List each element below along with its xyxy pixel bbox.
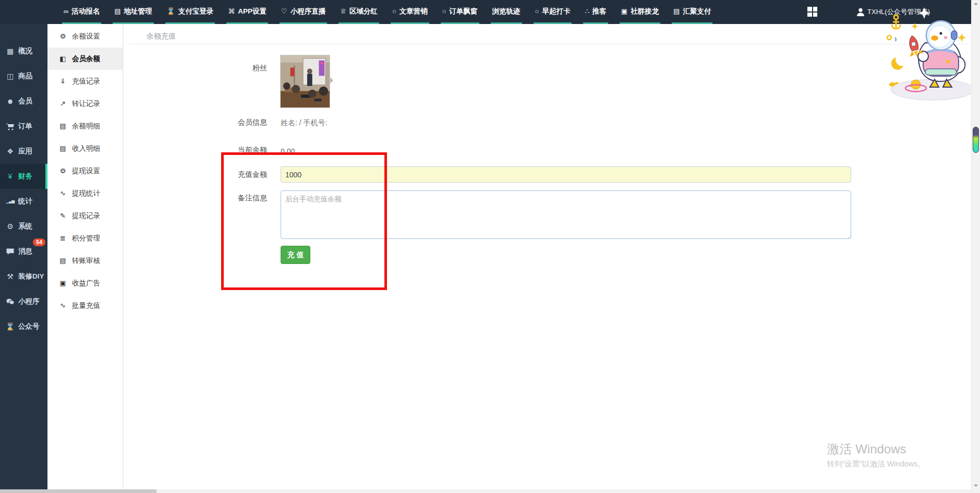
vertical-scrollbar-thumb[interactable] [973, 127, 979, 153]
windows-activation-watermark: 激活 Windows 转到“设置”以激活 Windows。 [827, 442, 925, 469]
recharge-amount-input[interactable] [281, 166, 851, 183]
sidebar-label: 商品 [18, 71, 32, 81]
message-count-badge: 54 [33, 238, 45, 246]
submenu-label: 积分管理 [72, 234, 100, 243]
nav-item-early-checkin[interactable]: ○早起打卡 [534, 0, 572, 24]
fan-avatar-photo[interactable] [280, 55, 330, 108]
pencil-icon: ✎ [58, 212, 67, 219]
nav-label: 区域分红 [349, 7, 378, 16]
sidebar-item-apps[interactable]: ❖应用 [0, 139, 47, 164]
file-text-icon: ▤ [58, 145, 67, 152]
remark-label: 备注信息 [123, 194, 267, 203]
submenu-item-points-management[interactable]: ≣积分管理 [47, 227, 123, 249]
circle-icon: ○ [392, 8, 396, 15]
circle-icon: ○ [535, 8, 539, 15]
submenu-item-balance-settings[interactable]: ⚙余额设置 [47, 25, 123, 47]
recharge-submit-button[interactable]: 充 值 [281, 246, 310, 264]
remark-textarea[interactable] [281, 190, 851, 239]
gears-icon: ⚙ [6, 223, 15, 230]
current-balance-value: 0.00 [281, 147, 295, 155]
scrollbar-corner [971, 489, 980, 493]
sidebar-item-overview[interactable]: ▦概况 [0, 39, 47, 64]
submenu-item-transfer-records[interactable]: ↗转让记录 [47, 92, 123, 115]
archive-box-icon: ▦ [6, 47, 15, 55]
cubes-icon: ❖ [6, 148, 15, 155]
vertical-scrollbar[interactable] [971, 0, 980, 489]
sidebar-label: 订单 [18, 122, 32, 131]
textarea-resize-grip-icon[interactable] [846, 234, 851, 238]
submenu-item-batch-recharge[interactable]: ∿批量充值 [47, 294, 123, 317]
submenu-item-transfer-review[interactable]: ▤转账审核 [47, 249, 123, 272]
nav-label: 推客 [592, 7, 607, 16]
sidebar-item-members[interactable]: ☻会员 [0, 89, 47, 114]
nav-item-group-chain[interactable]: ▣社群接龙 [620, 0, 660, 24]
nav-item-region-dividend[interactable]: ♕区域分红 [338, 0, 379, 24]
image-icon: ▣ [621, 8, 627, 15]
nav-item-activity-signup[interactable]: ∞活动报名 [62, 0, 101, 24]
scroll-down-arrow-icon[interactable] [974, 485, 978, 487]
nav-label: 地址管理 [124, 7, 152, 16]
apps-grid-icon[interactable] [807, 7, 817, 17]
nav-item-app-settings[interactable]: ⌘APP设置 [226, 0, 268, 24]
nav-item-promoter[interactable]: ∴推客 [583, 0, 608, 24]
left-sidebar: ▦概况 ◫商品 ☻会员 订单 ❖应用 ¥财务 ▁▃▅统计 ⚙系统 消息54 ⚒装… [0, 24, 47, 489]
sidebar-label: 装修DIY [18, 272, 44, 281]
submenu-label: 提现记录 [72, 211, 100, 221]
nav-item-address-management[interactable]: ▤地址管理 [113, 0, 153, 24]
yen-icon: ¥ [6, 173, 15, 180]
finance-submenu: ⚙余额设置 ◧会员余额 ⇓充值记录 ↗转让记录 ▤余额明细 ▤收入明细 ⚙提现设… [47, 24, 123, 489]
nav-item-order-popup[interactable]: ○订单飘窗 [441, 0, 479, 24]
sidebar-item-decorate-diy[interactable]: ⚒装修DIY [0, 264, 47, 289]
nav-item-article-marketing[interactable]: ○文章营销 [391, 0, 429, 24]
sidebar-item-orders[interactable]: 订单 [0, 114, 47, 139]
sidebar-item-goods[interactable]: ◫商品 [0, 64, 47, 89]
nav-item-alipay-login[interactable]: ⌛支付宝登录 [165, 0, 215, 24]
submenu-label: 余额设置 [72, 32, 100, 41]
sidebar-label: 系统 [18, 222, 32, 231]
nav-item-huiju-pay[interactable]: ▤汇聚支付 [672, 0, 712, 24]
submenu-item-balance-details[interactable]: ▤余额明细 [47, 115, 123, 137]
file-text-icon: ▤ [58, 257, 67, 264]
sidebar-item-official-account[interactable]: ⌛公众号 [0, 314, 47, 339]
watermark-line1: 激活 Windows [827, 442, 925, 456]
sidebar-item-statistics[interactable]: ▁▃▅统计 [0, 189, 47, 214]
submenu-item-withdraw-records[interactable]: ✎提现记录 [47, 205, 123, 227]
main-content: 余额充值 粉丝 会员信息 姓名: / 手机号: 当前余额 0.00 充值金额 备… [123, 24, 971, 489]
nav-label: 社群接龙 [631, 7, 659, 16]
sidebar-label: 概况 [18, 46, 32, 56]
product-box-icon: ◫ [6, 73, 15, 80]
sidebar-item-finance[interactable]: ¥财务 [0, 164, 47, 189]
sidebar-item-system[interactable]: ⚙系统 [0, 214, 47, 239]
nav-label: 小程序直播 [291, 7, 326, 16]
submenu-item-revenue-ads[interactable]: ▣收益广告 [47, 272, 123, 294]
sidebar-item-miniprogram[interactable]: 小程序 [0, 289, 47, 314]
horizontal-scrollbar-thumb[interactable] [0, 489, 156, 493]
recharge-amount-label: 充值金额 [123, 170, 267, 179]
horizontal-scrollbar[interactable] [0, 489, 971, 493]
sidebar-label: 会员 [18, 97, 32, 106]
submenu-item-member-balance[interactable]: ◧会员余额 [47, 47, 123, 70]
submenu-item-recharge-records[interactable]: ⇓充值记录 [47, 70, 123, 92]
sidebar-item-messages[interactable]: 消息54 [0, 239, 47, 264]
submenu-label: 会员余额 [72, 54, 100, 64]
submenu-label: 收益广告 [72, 279, 100, 288]
user-menu[interactable]: TXHL(公众号管理员) [857, 0, 930, 24]
hourglass-icon: ⌛ [6, 323, 15, 330]
nav-item-browse-history[interactable]: 浏览轨迹 [491, 0, 522, 24]
submenu-item-income-details[interactable]: ▤收入明细 [47, 137, 123, 160]
photo-handle-icon [330, 77, 336, 83]
wechat-icon [6, 298, 15, 306]
nav-item-miniprogram-live[interactable]: ♡小程序直播 [280, 0, 327, 24]
submenu-item-withdraw-settings[interactable]: ⚙提现设置 [47, 160, 123, 182]
scroll-up-arrow-icon[interactable] [974, 3, 978, 5]
fan-label: 粉丝 [123, 64, 267, 73]
sidebar-label: 消息 [18, 247, 32, 256]
sidebar-label: 小程序 [18, 297, 40, 306]
download-icon: ⇓ [58, 78, 67, 85]
nav-label: 汇聚支付 [683, 7, 711, 16]
nav-label: 早起打卡 [542, 7, 570, 16]
submenu-item-withdraw-statistics[interactable]: ∿提现统计 [47, 182, 123, 205]
hammer-icon: ⚒ [6, 273, 15, 280]
external-link-icon: ↗ [58, 100, 67, 107]
top-navbar: ∞活动报名 ▤地址管理 ⌛支付宝登录 ⌘APP设置 ♡小程序直播 ♕区域分红 ○… [0, 0, 971, 24]
